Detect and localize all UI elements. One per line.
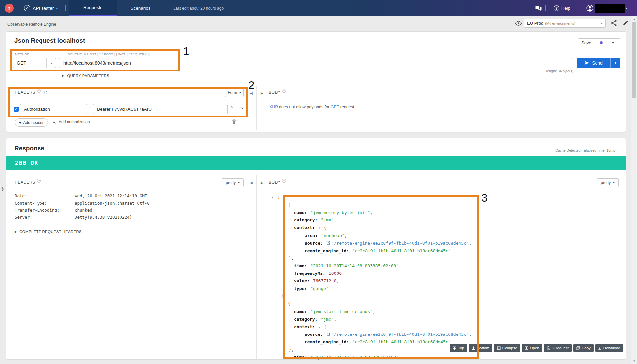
expand-right-arrow[interactable]: ▶ [261, 181, 263, 185]
json-line: context:▾{ [269, 323, 622, 331]
json-toolbar-copy-button[interactable]: Copy [573, 344, 594, 352]
share-icon[interactable] [611, 20, 617, 26]
scroll-top-hint[interactable]: ⌃ [317, 359, 320, 363]
json-toolbar-request-button[interactable]: 2Request [544, 344, 572, 352]
scroll-up-arrow[interactable]: ▲ [631, 16, 637, 22]
collapse-triangle-icon[interactable]: ▾ [318, 224, 322, 232]
help-icon[interactable]: ? [282, 179, 286, 183]
json-toolbar-bottom-button[interactable]: Bottom [469, 344, 492, 352]
headers-form-select[interactable]: Form ▾ [225, 89, 244, 97]
xhr-link[interactable]: XHR [269, 105, 278, 109]
subheader: Observable Remote Engine EU Prod (My env… [0, 16, 637, 31]
vertical-scrollbar[interactable]: ▲ ▼ [631, 16, 637, 364]
save-dropdown-button[interactable]: ▾ [606, 38, 620, 47]
json-line: time:"2021-10-20T14:14:08.883385+02:00", [269, 354, 622, 360]
json-link-value[interactable]: "/remote-engine/ee2c8f9f-fb1b-40d1-8f01-… [331, 241, 469, 246]
external-link-icon[interactable] [326, 331, 331, 339]
response-header-row: Date:Wed, 20 Oct 2021 12:14:10 GMT [15, 193, 247, 198]
json-link-value[interactable]: "/remote-engine/ee2c8f9f-fb1b-40d1-8f01-… [331, 332, 469, 337]
help-icon: ? [554, 5, 559, 11]
request-body-title: BODY ? [269, 90, 286, 95]
scroll-down-arrow[interactable]: ▼ [631, 358, 637, 364]
chevron-down-icon: ▾ [613, 181, 615, 184]
json-line: name:"jvm_memory_bytes_init", [269, 209, 622, 217]
header-value-input[interactable] [93, 104, 228, 114]
send-dropdown-button[interactable]: ▾ [610, 58, 620, 68]
response-headers-pretty-select[interactable]: pretty ▾ [222, 178, 244, 187]
open-icon [525, 346, 528, 350]
json-toolbar: TopBottomCollapseOpen2RequestCopyDownloa… [450, 344, 623, 352]
sort-az-icon[interactable]: ↓AZ [43, 90, 47, 95]
help-icon[interactable]: ? [37, 179, 41, 183]
json-line: ▾{ [269, 201, 622, 209]
collapse-left-arrow[interactable]: ◀ [250, 91, 253, 95]
response-header-row: Content-Type:application/json;charset=ut… [15, 201, 247, 206]
unsaved-indicator-dot [600, 41, 603, 44]
save-button[interactable]: Save [578, 38, 606, 47]
annotation-label-1: 1 [183, 45, 189, 58]
json-toolbar-collapse-button[interactable]: Collapse [494, 344, 520, 352]
response-card: Response Cache Detected - Elapsed Time: … [6, 138, 626, 360]
remove-header-icon[interactable]: × [230, 104, 233, 110]
header-name-input[interactable] [20, 104, 87, 114]
complete-request-headers-toggle[interactable]: ▶ COMPLETE REQUEST HEADERS [15, 230, 82, 234]
tab-scenarios[interactable]: Scenarios [117, 0, 165, 16]
send-button[interactable]: Send [577, 58, 610, 68]
add-header-button[interactable]: + Add header [15, 118, 48, 127]
json-line: context:▾{ [269, 224, 622, 232]
collapse-triangle-icon[interactable]: ▾ [318, 324, 322, 331]
external-link-icon[interactable] [326, 240, 331, 248]
status-code: 200 OK [15, 159, 38, 166]
url-input[interactable] [59, 58, 573, 68]
delete-headers-trash-icon[interactable] [231, 119, 237, 124]
tab-requests[interactable]: Requests [69, 0, 117, 16]
tree-guide-line [290, 209, 290, 360]
paper-plane-icon [584, 60, 589, 65]
add-authorization-button[interactable]: Add authorization [52, 120, 90, 124]
expand-right-arrow[interactable]: ▶ [261, 91, 263, 95]
method-select[interactable]: GET ▾ [13, 58, 56, 68]
json-line: value:7667712.0, [269, 277, 622, 285]
feedback-chat-icon[interactable] [535, 0, 542, 16]
app-menu[interactable]: ✓ API Tester ▾ [24, 0, 58, 16]
json-toolbar-open-button[interactable]: Open [522, 344, 542, 352]
preview-eye-icon[interactable] [515, 21, 522, 26]
json-line: category:"jmx", [269, 316, 622, 323]
json-line: remote_engine_id:"ee2c8f9f-fb1b-40d1-8f0… [269, 247, 622, 255]
scrollbar-thumb[interactable] [632, 22, 636, 98]
help-icon[interactable]: ? [37, 89, 41, 93]
navbar-divider [584, 5, 584, 11]
request-title: Json Request localhost [14, 37, 85, 44]
account-chevron-down-icon[interactable]: ▾ [626, 0, 628, 16]
colon-separator: : [89, 105, 90, 110]
json-toolbar-download-button[interactable]: Download [595, 344, 623, 352]
json-line: source:"/remote-engine/ee2c8f9f-fb1b-40d… [269, 240, 622, 247]
api-tester-app: t ✓ API Tester ▾ Requests Scenarios Last… [0, 0, 637, 364]
obfuscate-key-icon[interactable] [239, 105, 244, 110]
query-parameters-toggle[interactable]: ▶ QUERY PARAMETERS [62, 74, 109, 78]
json-line: name:"jvm_start_time_seconds", [269, 308, 622, 316]
response-body-pretty-select[interactable]: pretty ▾ [597, 178, 619, 187]
request-card: Json Request localhost Save ▾ METHOD SCH… [6, 31, 626, 132]
help-icon[interactable]: ? [282, 89, 286, 93]
navbar-divider [65, 5, 66, 11]
json-toolbar-top-button[interactable]: Top [450, 344, 467, 352]
tree-guide-line [279, 201, 279, 360]
edit-pencil-icon[interactable] [623, 20, 629, 26]
divider [10, 99, 248, 99]
header-enabled-checkbox[interactable]: ✓ [14, 107, 19, 112]
left-panel-expander[interactable]: ❯ [1, 186, 4, 191]
breadcrumb: Observable Remote Engine [7, 22, 56, 27]
environment-select[interactable]: EU Prod (My environments) ▾ [524, 19, 606, 28]
get-link[interactable]: GET [331, 105, 339, 109]
collapse-left-arrow[interactable]: ◀ [250, 181, 253, 185]
collapse-triangle-icon[interactable]: ▾ [282, 202, 286, 209]
annotation-label-2: 2 [248, 79, 254, 91]
help-menu[interactable]: ? Help [554, 0, 570, 16]
collapse-triangle-icon[interactable]: ▾ [271, 194, 275, 201]
json-line: time:"2021-10-20T14:14:08.883385+02:00", [269, 262, 622, 270]
account-avatar-icon[interactable] [586, 0, 593, 16]
collapse-triangle-icon[interactable]: ▾ [282, 300, 286, 308]
request-icon [547, 346, 551, 350]
talend-logo[interactable]: t [5, 4, 14, 13]
